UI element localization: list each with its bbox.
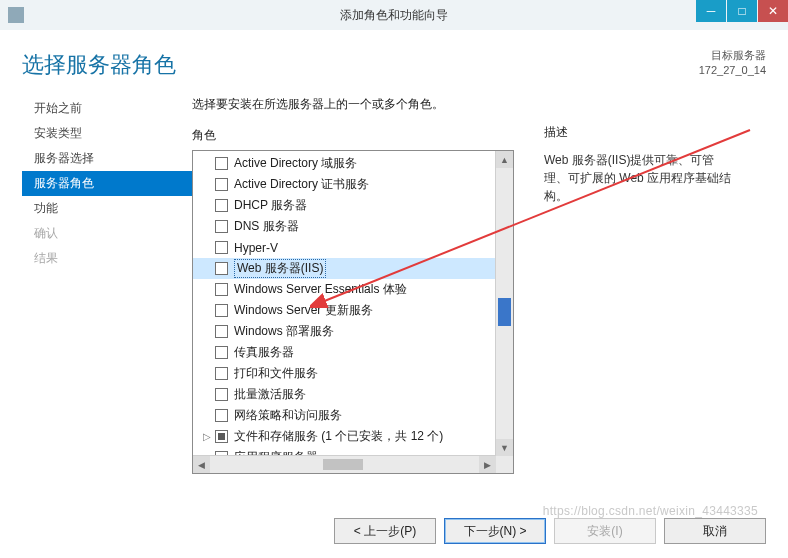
roles-column: 选择要安装在所选服务器上的一个或多个角色。 角色 Active Director…	[192, 96, 522, 474]
window-title: 添加角色和功能向导	[0, 7, 788, 24]
wizard-step-item: 确认	[22, 221, 192, 246]
footer-buttons: < 上一步(P) 下一步(N) > 安装(I) 取消	[334, 518, 766, 544]
body-row: 开始之前安装类型服务器选择服务器角色功能确认结果 选择要安装在所选服务器上的一个…	[22, 96, 766, 474]
role-checkbox[interactable]	[215, 388, 228, 401]
role-label: 传真服务器	[234, 344, 294, 361]
role-item[interactable]: Web 服务器(IIS)	[193, 258, 496, 279]
role-label: DHCP 服务器	[234, 197, 307, 214]
role-checkbox[interactable]	[215, 367, 228, 380]
page-title: 选择服务器角色	[22, 50, 176, 80]
role-checkbox[interactable]	[215, 157, 228, 170]
role-label: Web 服务器(IIS)	[234, 259, 326, 278]
role-checkbox[interactable]	[215, 346, 228, 359]
role-label: 文件和存储服务 (1 个已安装，共 12 个)	[234, 428, 443, 445]
main-area: 选择要安装在所选服务器上的一个或多个角色。 角色 Active Director…	[192, 96, 766, 474]
description-column: 描述 Web 服务器(IIS)提供可靠、可管理、可扩展的 Web 应用程序基础结…	[544, 96, 734, 474]
target-server-box: 目标服务器 172_27_0_14	[699, 48, 766, 78]
expand-icon[interactable]: ▷	[201, 431, 213, 442]
app-icon	[8, 7, 24, 23]
wizard-step-item[interactable]: 功能	[22, 196, 192, 221]
target-server-label: 目标服务器	[699, 48, 766, 63]
role-label: Windows Server 更新服务	[234, 302, 373, 319]
wizard-steps-nav: 开始之前安装类型服务器选择服务器角色功能确认结果	[22, 96, 192, 474]
minimize-button[interactable]: ─	[696, 0, 726, 22]
wizard-step-item[interactable]: 开始之前	[22, 96, 192, 121]
description-text: Web 服务器(IIS)提供可靠、可管理、可扩展的 Web 应用程序基础结构。	[544, 151, 734, 205]
role-label: 网络策略和访问服务	[234, 407, 342, 424]
role-label: Windows Server Essentials 体验	[234, 281, 407, 298]
role-item[interactable]: ▷文件和存储服务 (1 个已安装，共 12 个)	[193, 426, 496, 447]
role-item[interactable]: Hyper-V	[193, 237, 496, 258]
scroll-left-arrow-icon[interactable]: ◀	[193, 456, 210, 473]
roles-scroll-viewport[interactable]: Active Directory 域服务Active Directory 证书服…	[193, 151, 496, 456]
role-item[interactable]: Active Directory 证书服务	[193, 174, 496, 195]
header-row: 选择服务器角色 目标服务器 172_27_0_14	[22, 48, 766, 80]
role-label: Active Directory 域服务	[234, 155, 357, 172]
role-checkbox[interactable]	[215, 283, 228, 296]
target-server-value: 172_27_0_14	[699, 63, 766, 78]
maximize-button[interactable]: □	[727, 0, 757, 22]
wizard-step-item: 结果	[22, 246, 192, 271]
role-checkbox[interactable]	[215, 178, 228, 191]
watermark-text: https://blog.csdn.net/weixin_43443335	[543, 504, 758, 518]
role-label: DNS 服务器	[234, 218, 299, 235]
wizard-window: 添加角色和功能向导 ─ □ ✕ 选择服务器角色 目标服务器 172_27_0_1…	[0, 0, 788, 558]
titlebar: 添加角色和功能向导 ─ □ ✕	[0, 0, 788, 31]
role-item[interactable]: DNS 服务器	[193, 216, 496, 237]
install-button: 安装(I)	[554, 518, 656, 544]
role-item[interactable]: Windows 部署服务	[193, 321, 496, 342]
scroll-right-arrow-icon[interactable]: ▶	[479, 456, 496, 473]
vscroll-track[interactable]	[496, 168, 513, 439]
role-label: Windows 部署服务	[234, 323, 334, 340]
close-button[interactable]: ✕	[758, 0, 788, 22]
vscroll-thumb[interactable]	[498, 298, 511, 326]
wizard-step-item[interactable]: 服务器选择	[22, 146, 192, 171]
cancel-button[interactable]: 取消	[664, 518, 766, 544]
role-item[interactable]: 打印和文件服务	[193, 363, 496, 384]
roles-tree: Active Directory 域服务Active Directory 证书服…	[193, 151, 496, 456]
roles-listbox: Active Directory 域服务Active Directory 证书服…	[192, 150, 514, 474]
instruction-text: 选择要安装在所选服务器上的一个或多个角色。	[192, 96, 522, 113]
role-item[interactable]: Windows Server Essentials 体验	[193, 279, 496, 300]
next-button[interactable]: 下一步(N) >	[444, 518, 546, 544]
role-label: 批量激活服务	[234, 386, 306, 403]
previous-button[interactable]: < 上一步(P)	[334, 518, 436, 544]
role-item[interactable]: Windows Server 更新服务	[193, 300, 496, 321]
vertical-scrollbar[interactable]: ▲ ▼	[495, 151, 513, 456]
role-label: Hyper-V	[234, 241, 278, 255]
role-label: 打印和文件服务	[234, 365, 318, 382]
role-item[interactable]: 网络策略和访问服务	[193, 405, 496, 426]
window-controls: ─ □ ✕	[696, 0, 788, 22]
roles-heading: 角色	[192, 127, 522, 144]
content-area: 选择服务器角色 目标服务器 172_27_0_14 开始之前安装类型服务器选择服…	[0, 30, 788, 558]
wizard-step-item[interactable]: 安装类型	[22, 121, 192, 146]
role-checkbox[interactable]	[215, 241, 228, 254]
description-heading: 描述	[544, 124, 734, 141]
role-item[interactable]: Active Directory 域服务	[193, 153, 496, 174]
role-checkbox[interactable]	[215, 325, 228, 338]
role-checkbox[interactable]	[215, 430, 228, 443]
role-item[interactable]: DHCP 服务器	[193, 195, 496, 216]
role-checkbox[interactable]	[215, 409, 228, 422]
scroll-down-arrow-icon[interactable]: ▼	[496, 439, 513, 456]
role-checkbox[interactable]	[215, 199, 228, 212]
role-item[interactable]: 批量激活服务	[193, 384, 496, 405]
role-item[interactable]: 传真服务器	[193, 342, 496, 363]
role-checkbox[interactable]	[215, 304, 228, 317]
scrollbar-corner	[496, 456, 513, 473]
wizard-step-item[interactable]: 服务器角色	[22, 171, 192, 196]
role-label: Active Directory 证书服务	[234, 176, 369, 193]
hscroll-thumb[interactable]	[323, 459, 363, 470]
role-checkbox[interactable]	[215, 220, 228, 233]
scroll-up-arrow-icon[interactable]: ▲	[496, 151, 513, 168]
horizontal-scrollbar[interactable]: ◀ ▶	[193, 455, 496, 473]
role-checkbox[interactable]	[215, 262, 228, 275]
